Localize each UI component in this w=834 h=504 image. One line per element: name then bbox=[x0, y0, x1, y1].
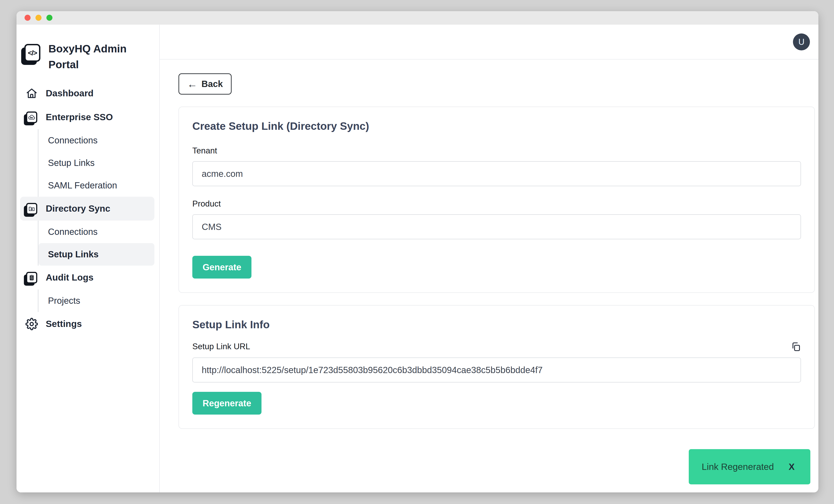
sidebar-item-dsync-connections[interactable]: Connections bbox=[39, 221, 154, 243]
sidebar-item-enterprise-sso[interactable]: Enterprise SSO bbox=[20, 105, 154, 129]
sidebar-item-directory-sync[interactable]: Directory Sync bbox=[20, 197, 154, 221]
create-card-title: Create Setup Link (Directory Sync) bbox=[192, 120, 801, 132]
toast-close-button[interactable]: X bbox=[789, 462, 795, 472]
zoom-window-button[interactable] bbox=[46, 15, 52, 21]
create-setup-link-card: Create Setup Link (Directory Sync) Tenan… bbox=[178, 107, 815, 293]
top-header: U bbox=[160, 25, 818, 60]
copy-url-button[interactable] bbox=[791, 341, 801, 352]
audit-logs-subgroup: Projects bbox=[38, 290, 154, 312]
sso-subgroup: Connections Setup Links SAML Federation bbox=[38, 129, 154, 197]
user-avatar[interactable]: U bbox=[793, 33, 810, 50]
app-window: </> BoxyHQ Admin Portal Dashboard bbox=[17, 11, 818, 492]
sidebar-item-audit-logs[interactable]: Audit Logs bbox=[20, 266, 154, 290]
avatar-initial: U bbox=[798, 37, 804, 47]
tenant-field-group: Tenant bbox=[192, 146, 801, 186]
sidebar-item-sso-connections[interactable]: Connections bbox=[39, 129, 154, 152]
sidebar: </> BoxyHQ Admin Portal Dashboard bbox=[17, 25, 160, 492]
sidebar-item-settings[interactable]: Settings bbox=[20, 312, 154, 336]
directory-sync-subgroup: Connections Setup Links bbox=[38, 221, 154, 266]
sidebar-item-projects[interactable]: Projects bbox=[39, 290, 154, 312]
toast-message: Link Regenerated bbox=[702, 462, 774, 472]
sidebar-item-sso-setup-links[interactable]: Setup Links bbox=[39, 152, 154, 174]
sidebar-item-dsync-setup-links[interactable]: Setup Links bbox=[39, 243, 154, 266]
left-arrow-icon: ← bbox=[187, 79, 197, 89]
setup-link-url-input[interactable] bbox=[192, 358, 801, 383]
brand[interactable]: </> BoxyHQ Admin Portal bbox=[20, 41, 154, 72]
setup-link-url-row: Setup Link URL bbox=[192, 341, 801, 352]
cloud-sso-icon bbox=[24, 112, 39, 123]
product-label: Product bbox=[192, 199, 801, 208]
close-window-button[interactable] bbox=[25, 15, 30, 21]
sidebar-item-dashboard[interactable]: Dashboard bbox=[20, 82, 154, 105]
home-icon bbox=[24, 87, 39, 100]
window-titlebar bbox=[17, 11, 818, 25]
setup-link-info-card: Setup Link Info Setup Link URL bbox=[178, 305, 815, 429]
sidebar-nav: Dashboard Enterprise SSO bbox=[20, 82, 154, 336]
product-field-group: Product bbox=[192, 199, 801, 239]
brand-name: BoxyHQ Admin Portal bbox=[48, 41, 138, 72]
folder-sync-icon bbox=[24, 203, 39, 214]
boxyhq-logo-icon: </> bbox=[24, 44, 40, 62]
generate-button[interactable]: Generate bbox=[192, 256, 251, 278]
tenant-input[interactable] bbox=[192, 161, 801, 186]
back-button[interactable]: ← Back bbox=[178, 73, 232, 95]
regenerate-button[interactable]: Regenerate bbox=[192, 392, 262, 415]
main-content: ← Back Create Setup Link (Directory Sync… bbox=[160, 60, 818, 492]
gear-icon bbox=[24, 318, 39, 330]
tenant-label: Tenant bbox=[192, 146, 801, 156]
clipboard-icon bbox=[24, 272, 39, 283]
copy-icon bbox=[791, 349, 801, 352]
product-input[interactable] bbox=[192, 214, 801, 239]
setup-link-url-label: Setup Link URL bbox=[192, 342, 250, 351]
minimize-window-button[interactable] bbox=[36, 15, 42, 21]
info-card-title: Setup Link Info bbox=[192, 318, 801, 331]
sidebar-item-saml-federation[interactable]: SAML Federation bbox=[39, 174, 154, 197]
toast-notification: Link Regenerated X bbox=[689, 449, 810, 484]
